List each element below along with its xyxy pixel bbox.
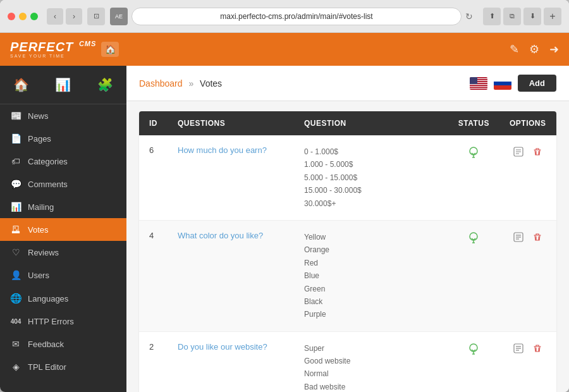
row2-edit-button[interactable] [512,231,525,246]
brand-cms: CMS [79,40,96,47]
sidebar-item-http-errors-label: HTTP Errors [28,317,74,326]
refresh-button[interactable]: ↻ [465,11,473,21]
download-button[interactable]: ⬇ [523,8,541,25]
row1-edit-button[interactable] [512,145,525,161]
row2-options-cell [499,220,556,331]
breadcrumb: Dashboard » Votes [139,78,222,89]
browser-chrome: ‹ › ⊡ AE ↻ ⬆ ⧉ ⬇ + [0,0,569,33]
row1-question-link-cell: How much do you earn? [168,135,294,220]
sidebar-item-comments-label: Comments [28,180,68,189]
sidebar-item-news[interactable]: 📰 News [0,104,126,127]
flag-ru[interactable] [494,77,511,90]
table-body: 6 How much do you earn? 0 - 1.000$ 1.000… [139,135,556,392]
brand-icon: 🏠 [101,42,119,57]
sidebar-home-icon[interactable]: 🏠 [6,73,37,96]
window-button[interactable]: ⊡ [87,8,105,25]
row2-answer-5: Green [304,283,438,295]
row3-answer-1: Super [304,342,438,355]
row2-answers-cell: Yellow Orange Red Blue Green Black Purpl… [294,220,448,331]
sidebar-item-mailing[interactable]: 📊 Mailing [0,195,126,218]
comments-icon: 💬 [10,179,21,189]
row2-id: 4 [139,220,168,331]
row3-question-link[interactable]: Do you like our website? [178,342,267,352]
url-area: AE ↻ [110,8,473,25]
row2-status-cell [448,220,499,331]
minimize-dot[interactable] [19,13,27,20]
categories-icon: 🏷 [10,156,21,166]
row2-question-link[interactable]: What color do you like? [178,231,263,240]
sidebar-item-languages-label: Languages [28,294,68,303]
breadcrumb-separator: » [188,78,193,89]
breadcrumb-current: Votes [200,78,222,89]
row2-answers: Yellow Orange Red Blue Green Black Purpl… [304,231,438,321]
new-tab-button[interactable]: + [544,8,561,25]
sidebar-item-feedback[interactable]: ✉ Feedback [0,333,126,355]
url-bar[interactable] [132,8,462,25]
main-area: 🏠 📊 🧩 📰 News 📄 Pages 🏷 Catego [0,66,569,392]
row3-answer-3: Normal [304,367,438,380]
sidebar-item-comments[interactable]: 💬 Comments [0,173,126,195]
sidebar-item-http-errors[interactable]: 404 HTTP Errors [0,310,126,333]
brand-text-block: PERFECT CMS SAVE YOUR TIME [10,40,96,58]
table-row: 6 How much do you earn? 0 - 1.000$ 1.000… [139,135,556,220]
row1-options-cell [499,135,556,220]
languages-icon: 🌐 [10,293,21,304]
row1-delete-button[interactable] [531,145,544,161]
table-container: ID QUESTIONS QUESTION STATUS OPTIONS 6 [126,101,569,392]
row2-answer-3: Red [304,257,438,269]
sidebar-item-votes[interactable]: 🗳 Votes [0,218,126,241]
sidebar-item-mailing-label: Mailing [28,202,54,212]
header-right: Add [470,75,556,92]
browser-window: ‹ › ⊡ AE ↻ ⬆ ⧉ ⬇ + PERFECT CMS [0,0,569,392]
row2-delete-button[interactable] [531,231,544,246]
flag-us[interactable] [470,77,487,90]
row2-question-link-cell: What color do you like? [168,220,294,331]
tab-icon[interactable]: AE [110,8,128,25]
sidebar-item-reviews[interactable]: ♡ Reviews [0,241,126,264]
row1-status-cell [448,135,499,220]
back-button[interactable]: ‹ [47,8,63,25]
sidebar-item-tpl-editor[interactable]: ◈ TPL Editor [0,355,126,378]
row3-delete-button[interactable] [531,342,544,357]
svg-point-10 [470,344,477,352]
table-row: 2 Do you like our website? Super Good we… [139,331,556,392]
sidebar-item-tpl-editor-label: TPL Editor [28,362,66,372]
navbar-icons: ✎ ⚙ ➜ [510,42,559,56]
forward-button[interactable]: › [66,8,82,25]
row2-answer-4: Blue [304,269,438,282]
row3-status-icon [468,342,479,356]
row1-answers: 0 - 1.000$ 1.000 - 5.000$ 5.000 - 15.000… [304,145,438,210]
breadcrumb-parent-link[interactable]: Dashboard [139,78,183,89]
row3-answers: Super Good website Normal Bad website [304,342,438,392]
row1-question-link[interactable]: How much do you earn? [178,145,267,155]
row2-answer-2: Orange [304,243,438,256]
settings-navbar-button[interactable]: ⚙ [529,42,539,56]
browser-actions: ⬆ ⧉ ⬇ + [483,8,561,25]
mailing-icon: 📊 [10,202,21,212]
copy-button[interactable]: ⧉ [503,8,521,25]
maximize-dot[interactable] [30,13,38,20]
row1-answer-3: 5.000 - 15.000$ [304,171,438,184]
sidebar-item-users[interactable]: 👤 Users [0,264,126,286]
sidebar-item-pages-label: Pages [28,134,51,144]
sidebar-item-languages[interactable]: 🌐 Languages [0,286,126,310]
row3-edit-button[interactable] [512,342,525,357]
sidebar-item-votes-label: Votes [28,225,49,235]
row3-status-cell [448,331,499,392]
http-errors-icon: 404 [10,318,21,325]
logout-navbar-button[interactable]: ➜ [549,42,559,56]
sidebar-item-pages[interactable]: 📄 Pages [0,127,126,150]
content-area: Dashboard » Votes Add [126,66,569,392]
sidebar-nav: 📰 News 📄 Pages 🏷 Categories 💬 Comments [0,104,126,392]
sidebar-puzzle-icon[interactable]: 🧩 [90,73,121,96]
row1-answer-2: 1.000 - 5.000$ [304,158,438,171]
close-dot[interactable] [8,13,15,20]
sidebar-item-categories[interactable]: 🏷 Categories [0,150,126,173]
sidebar-top-icons: 🏠 📊 🧩 [0,66,126,104]
add-button[interactable]: Add [518,75,556,92]
sidebar-chart-icon[interactable]: 📊 [47,73,78,96]
edit-navbar-button[interactable]: ✎ [510,42,519,56]
share-button[interactable]: ⬆ [483,8,501,25]
sidebar-item-feedback-label: Feedback [28,340,64,349]
brand-tagline: SAVE YOUR TIME [10,54,96,58]
